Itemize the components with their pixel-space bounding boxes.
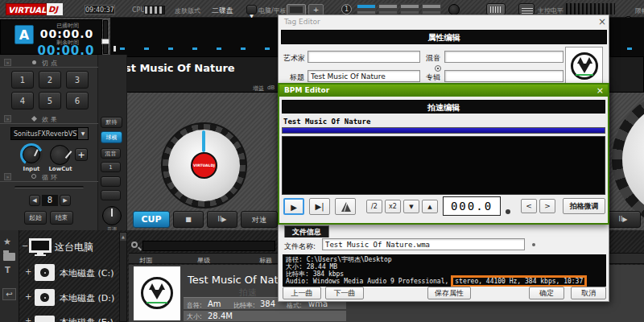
radio-dot[interactable] <box>435 65 441 72</box>
search-input[interactable] <box>142 241 275 251</box>
remix-field[interactable] <box>444 51 564 63</box>
mode-button-active[interactable]: 球横 <box>101 131 122 143</box>
deck-a-timer-block: A 已播时间 00:00.0 剩余时间 00:00.0 <box>0 19 102 55</box>
waveform-view-button[interactable] <box>486 3 506 15</box>
tag-album-art[interactable] <box>565 47 603 85</box>
cpu-meter <box>144 6 165 14</box>
back-icon[interactable]: ↩ <box>2 288 16 300</box>
cue-button-4[interactable]: 4 <box>11 92 34 109</box>
album-field[interactable] <box>444 70 564 82</box>
tree-row-this-pc[interactable]: − 这台电脑 <box>19 237 119 259</box>
cue-button-1[interactable]: 1 <box>11 71 34 89</box>
close-icon[interactable]: × <box>597 85 604 96</box>
bpm-down-button[interactable]: ▼ <box>403 200 419 213</box>
bpm-value-display[interactable]: 000.0 <box>443 196 501 216</box>
bpm-shift-left-button[interactable]: < <box>521 199 537 213</box>
sync-button[interactable]: 对速 <box>241 211 278 228</box>
column-title[interactable]: 标题 <box>259 256 272 265</box>
computer-mode-icon[interactable] <box>287 4 306 15</box>
pitch-knob[interactable] <box>102 206 122 225</box>
collapse-icon[interactable]: » <box>4 115 11 122</box>
collapse-icon[interactable]: » <box>4 173 11 180</box>
folder-icon[interactable] <box>3 253 15 261</box>
bpm-progress-bar[interactable] <box>282 127 605 134</box>
bpm-play-button[interactable]: ▶ <box>283 198 304 215</box>
deck-b-pause-button[interactable]: II▶ <box>605 211 641 228</box>
previous-track-button[interactable]: 上一曲 <box>283 287 321 299</box>
master-knob[interactable] <box>448 4 460 15</box>
tree-label[interactable]: 本地磁盘 (C:) <box>60 267 114 279</box>
tree-expander[interactable]: + <box>25 316 31 322</box>
scroll-up-button[interactable]: ▲ <box>120 233 126 241</box>
cue-button-5[interactable]: 5 <box>39 92 61 109</box>
bpm-up-button[interactable]: ▲ <box>422 200 438 213</box>
tree-expander[interactable]: − <box>22 242 28 250</box>
list-view-button[interactable] <box>518 3 535 15</box>
tree-label[interactable]: 本地磁盘 (E:) <box>60 316 114 322</box>
skin-dropdown-button[interactable]: ▼ <box>246 5 257 14</box>
bpm-half-button[interactable]: /2 <box>366 200 382 213</box>
loop-increase-button[interactable]: ▶ <box>60 195 71 206</box>
fx-knob2[interactable] <box>50 145 70 165</box>
bpm-double-button[interactable]: x2 <box>385 200 401 213</box>
metronome-button[interactable] <box>335 198 356 215</box>
cancel-button[interactable]: 取消 <box>571 287 606 299</box>
tablet-mode-icon[interactable]: + <box>308 4 324 15</box>
loop-start-button[interactable]: 起始 <box>24 211 47 225</box>
channel-fader-1[interactable] <box>357 3 376 15</box>
bpm-waveform[interactable] <box>282 136 605 195</box>
pause-play-button[interactable]: II▶ <box>207 211 237 228</box>
skin-layout-value[interactable]: 二碟盘 <box>212 6 233 16</box>
stop-button[interactable]: ■ <box>173 211 204 228</box>
column-cover[interactable]: 封面 <box>139 256 152 265</box>
channel-fader-3[interactable] <box>400 3 419 15</box>
tree-expander[interactable]: + <box>25 292 31 301</box>
loop-end-button[interactable]: 结束 <box>50 211 73 225</box>
tree-label[interactable]: 这台电脑 <box>55 241 93 254</box>
tree-row-drive-c[interactable]: + 本地磁盘 (C:) <box>19 262 119 285</box>
fx-preset-dropdown[interactable]: SonitusFXReverbVST ▼ <box>10 127 89 140</box>
chevron-down-icon[interactable]: ▼ <box>77 128 88 139</box>
volume-slider-handle[interactable] <box>101 39 109 44</box>
fx-add-button[interactable]: + <box>75 148 88 161</box>
cue-button-2[interactable]: 2 <box>39 71 61 89</box>
deck-a-volume-slider[interactable] <box>103 20 108 54</box>
tree-scrollbar[interactable]: ▲ <box>119 232 127 322</box>
bpm-next-button[interactable]: ▶| <box>309 198 330 215</box>
close-icon[interactable]: × <box>598 16 606 27</box>
wolf-face <box>579 64 590 73</box>
bpm-shift-right-button[interactable]: > <box>539 199 555 213</box>
cue-button-6[interactable]: 6 <box>66 92 89 109</box>
fx-knob1[interactable] <box>23 146 40 163</box>
mode-button-empty-2[interactable] <box>101 190 121 200</box>
loop-decrease-button[interactable]: ◀ <box>29 195 40 206</box>
ok-button[interactable]: 确定 <box>529 287 564 299</box>
loop-slider[interactable] <box>14 186 84 188</box>
bpm-editor-titlebar[interactable]: BPM Editor × <box>279 85 608 97</box>
filename-field[interactable] <box>322 238 525 250</box>
mode-button-empty-1[interactable] <box>101 176 121 187</box>
channel-fader-4[interactable] <box>422 3 441 15</box>
file-info-tab[interactable]: 文件信息 <box>284 225 329 237</box>
tree-row-drive-e[interactable]: + 本地磁盘 (E:) <box>19 313 119 322</box>
tree-label[interactable]: 本地磁盘 (D:) <box>60 292 114 304</box>
album-art[interactable] <box>134 266 180 320</box>
channel-fader-2[interactable] <box>378 3 398 15</box>
mode-button-default[interactable]: 默待 <box>101 117 122 128</box>
mode-button-1[interactable]: 1 <box>101 162 121 172</box>
next-track-button[interactable]: 下一曲 <box>325 287 364 299</box>
tree-row-drive-d[interactable]: + 本地磁盘 (D:) <box>19 287 119 310</box>
bpm-track-title: Test Music Of Nature <box>283 118 370 126</box>
cup-button[interactable]: CUP <box>133 211 170 228</box>
column-rating[interactable]: 星级 <box>197 256 210 265</box>
collapse-icon[interactable]: » <box>4 59 11 66</box>
filter-icon[interactable]: T <box>5 266 10 275</box>
cue-button-3[interactable]: 3 <box>66 71 89 89</box>
tree-expander[interactable]: + <box>25 267 31 276</box>
save-properties-button[interactable]: 保存属性 <box>427 287 471 299</box>
mode-button-mix[interactable]: 混音 <box>101 148 121 159</box>
beatgrid-finetune-button[interactable]: 拍格微调 <box>563 198 605 214</box>
title-field[interactable] <box>308 70 420 82</box>
favorites-icon[interactable]: ★ <box>3 237 11 247</box>
artist-field[interactable] <box>308 51 420 63</box>
